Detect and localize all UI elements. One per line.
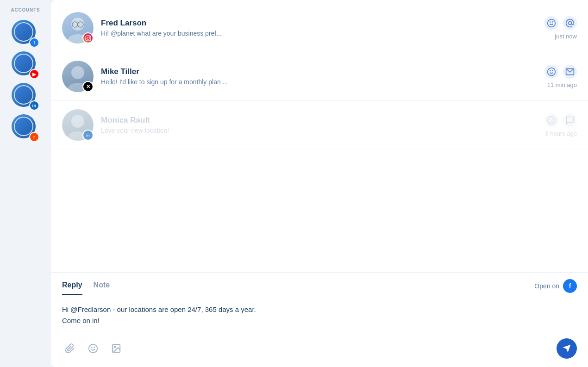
message-content: Fred Larson Hi! @planet what are your bu… (101, 19, 537, 37)
avatar-wrap: in (62, 109, 94, 141)
emoji-icon[interactable] (544, 65, 558, 79)
svg-point-27 (114, 346, 115, 348)
accounts-label: ACCOUNTS (11, 7, 40, 12)
youtube-badge: ▶ (29, 69, 39, 79)
message-item[interactable]: in Monica Rault Love your new location! (51, 101, 588, 149)
instagram-badge (82, 32, 94, 44)
message-meta: 3 hours ago (544, 113, 577, 137)
message-meta: just now (544, 16, 577, 40)
open-on-label: Open on (534, 282, 559, 290)
message-preview: Hello! I'd like to sign up for a monthly… (101, 78, 537, 86)
sidebar-item-acc4[interactable]: r (12, 114, 39, 142)
message-content: Monica Rault Love your new location! (101, 116, 537, 134)
message-item[interactable]: ✕ Mike Tiller Hello! I'd like to sign up… (51, 52, 588, 101)
sidebar-item-acc1[interactable]: f (12, 20, 39, 48)
action-icons (544, 113, 577, 127)
svg-point-18 (71, 115, 84, 128)
facebook-badge: f (29, 37, 39, 48)
svg-point-11 (569, 21, 572, 25)
open-on-facebook-badge[interactable]: f (563, 279, 577, 293)
tab-reply[interactable]: Reply (62, 281, 82, 295)
message-content: Mike Tiller Hello! I'd like to sign up f… (101, 67, 537, 86)
svg-point-20 (548, 116, 556, 124)
image-icon[interactable] (108, 341, 124, 356)
sender-name: Mike Tiller (101, 67, 537, 76)
x-badge: ✕ (82, 81, 94, 92)
reply-area: Reply Note Open on f Hi @Fredlarson - ou… (51, 272, 588, 367)
reply-text: Hi @Fredlarson - our locations are open … (62, 305, 256, 324)
reply-toolbar (51, 334, 588, 367)
svg-point-8 (548, 19, 556, 27)
sidebar-item-acc3[interactable]: in (12, 83, 39, 111)
sidebar-item-acc2[interactable]: ▶ (12, 51, 39, 79)
messages-list: Fred Larson Hi! @planet what are your bu… (51, 0, 588, 272)
message-item[interactable]: Fred Larson Hi! @planet what are your bu… (51, 4, 588, 52)
message-preview: Hi! @planet what are your business pref.… (101, 30, 537, 37)
chat-icon[interactable] (563, 113, 577, 127)
email-icon[interactable] (563, 65, 577, 79)
linkedin-msg-badge: in (82, 130, 94, 141)
action-icons (544, 16, 577, 30)
avatar-wrap (62, 12, 94, 44)
message-preview: Love your new location! (101, 127, 537, 134)
avatar-wrap: ✕ (62, 61, 94, 92)
message-time: just now (555, 33, 577, 40)
emoji-icon[interactable] (544, 113, 558, 127)
sidebar: ACCOUNTS f ▶ in r (0, 0, 51, 367)
svg-point-23 (89, 344, 97, 353)
message-time: 11 min ago (547, 81, 577, 88)
emoji-toolbar-icon[interactable] (85, 341, 101, 356)
message-meta: 11 min ago (544, 65, 577, 88)
svg-point-6 (87, 37, 89, 39)
reply-tabs: Reply Note Open on f (51, 273, 588, 297)
reply-text-area[interactable]: Hi @Fredlarson - our locations are open … (51, 297, 588, 334)
sender-name: Monica Rault (101, 116, 537, 125)
emoji-icon[interactable] (544, 16, 558, 30)
linkedin-badge: in (29, 100, 39, 111)
message-time: 3 hours ago (545, 130, 577, 137)
svg-point-7 (89, 36, 90, 37)
svg-rect-5 (86, 36, 91, 41)
svg-point-14 (548, 68, 556, 75)
reddit-badge: r (29, 132, 39, 142)
sender-name: Fred Larson (101, 19, 537, 28)
tab-note[interactable]: Note (94, 281, 110, 295)
open-on-wrap: Open on f (534, 279, 577, 293)
action-icons (544, 65, 577, 79)
svg-point-12 (71, 66, 84, 79)
send-button[interactable] (557, 338, 577, 359)
attachment-icon[interactable] (62, 341, 78, 356)
mention-icon[interactable] (563, 16, 577, 30)
main-panel: Fred Larson Hi! @planet what are your bu… (51, 0, 588, 367)
